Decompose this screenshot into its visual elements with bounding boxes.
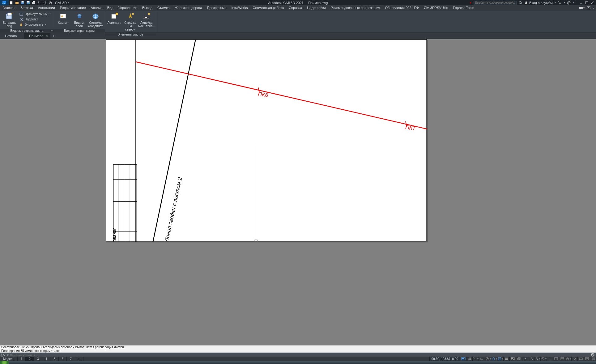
polar-toggle[interactable]: ▾ (485, 357, 491, 361)
tab-featured[interactable]: Рекомендованные приложения (328, 5, 383, 11)
drawing-area[interactable]: ПК6 ПК7 Линия сводки с листом 2 ования (0, 39, 596, 364)
layout-tab-add[interactable]: + (75, 357, 83, 361)
isolate-objects[interactable] (571, 357, 577, 361)
start-button[interactable] (0, 361, 9, 364)
qat-undo-icon[interactable] (36, 0, 42, 5)
layout-tab-7[interactable]: 7 (67, 357, 75, 361)
tab-annotate[interactable]: Аннотации (36, 5, 57, 11)
rect-viewport-button[interactable]: Прямоугольный▾ (18, 11, 52, 17)
tab-output[interactable]: Вывод (140, 5, 155, 11)
maximize-button[interactable] (584, 1, 589, 5)
search-icon[interactable] (519, 1, 522, 5)
ribbon-collapse-icon[interactable] (587, 6, 590, 10)
qat-save-icon[interactable] (20, 0, 25, 5)
hardware-accel[interactable] (577, 357, 584, 361)
doc-tab-active[interactable]: Пример*✕ (24, 33, 50, 39)
selection-cycling[interactable] (516, 357, 522, 361)
panel-cycle-icon[interactable] (579, 6, 585, 10)
tab-updates[interactable]: Обновления 2021 РФ (383, 5, 422, 11)
os-taskbar[interactable] (0, 361, 596, 364)
help-icon[interactable]: ? (567, 1, 571, 5)
signin-button[interactable]: Вход в службы ▾ (524, 1, 556, 5)
tab-addins[interactable]: Надстройки (304, 5, 328, 11)
tab-insert[interactable]: Вставка (18, 5, 36, 11)
doc-tab-start[interactable]: Начало (0, 33, 24, 39)
tab-psvutils[interactable]: Civil3DPSVUtils (421, 5, 450, 11)
layout-tab-1[interactable]: 1 (18, 357, 26, 361)
scale-bar-button[interactable]: Линейкамасштаба▾ (139, 11, 154, 29)
snap-toggle[interactable]: ▾ (472, 357, 479, 361)
svg-rect-20 (7, 13, 12, 16)
units-toggle[interactable] (553, 357, 559, 361)
tab-home[interactable]: Главная (0, 5, 18, 11)
tab-survey[interactable]: Съемка (155, 5, 172, 11)
maps-button[interactable]: Карты▾ (56, 11, 71, 25)
north-arrow-button[interactable]: Стрелкана север▾ (123, 11, 138, 32)
clean-screen[interactable] (584, 357, 590, 361)
clip-viewport-button[interactable]: Подрезка (18, 17, 52, 22)
tab-manage[interactable]: Управление (116, 5, 140, 11)
tab-modify[interactable]: Редактирование (57, 5, 88, 11)
tab-rail[interactable]: Железная дорога (172, 5, 205, 11)
paper-model-toggle[interactable] (460, 357, 466, 361)
minimize-button[interactable] (579, 1, 584, 5)
layout-tab-5[interactable]: 5 (50, 357, 59, 361)
quick-properties[interactable] (559, 357, 565, 361)
app-menu-button[interactable]: C3D (0, 0, 9, 5)
workspace-label[interactable]: Civil 3D (55, 1, 67, 5)
label-pk6: ПК6 (258, 91, 268, 98)
panel-title-3: Элементы листов (117, 33, 143, 36)
customize-status[interactable] (590, 357, 596, 361)
legend-button[interactable]: Легенда▾ (107, 11, 122, 25)
autoscale[interactable]: ▾ (534, 357, 540, 361)
workspace-switch[interactable]: ▾ (540, 357, 547, 361)
layout-tab-6[interactable]: 6 (59, 357, 67, 361)
transparency-toggle[interactable] (509, 357, 516, 361)
insert-view-button[interactable]: Вставить вид (2, 11, 17, 28)
layer-visibility-button[interactable]: Видим.слоя (72, 11, 87, 28)
tab-help[interactable]: Справка (286, 5, 304, 11)
qat-open-icon[interactable] (14, 0, 20, 5)
layout-tab-3[interactable]: 3 (34, 357, 42, 361)
coord-system-button[interactable]: Системакоординат (88, 11, 103, 28)
close-tab-icon[interactable]: ✕ (46, 35, 49, 38)
tab-infraworks[interactable]: InfraWorks (229, 5, 250, 11)
legend-icon (110, 12, 119, 21)
isodraft-toggle[interactable]: ▾ (491, 357, 497, 361)
layout-tab-4[interactable]: 4 (42, 357, 51, 361)
qat-saveas-icon[interactable] (25, 0, 31, 5)
panel-expand-icon[interactable]: ▾ (51, 29, 53, 32)
command-input[interactable] (10, 353, 590, 357)
rect-icon (19, 12, 23, 16)
lineweight-toggle[interactable] (503, 357, 509, 361)
tab-collab[interactable]: Совместная работа (250, 5, 287, 11)
tab-transparent[interactable]: Прозрачные (205, 5, 229, 11)
svg-rect-66 (561, 358, 564, 360)
search-input[interactable] (474, 1, 517, 5)
ribbon: Вставить вид Прямоугольный▾ Подрезка Бло… (0, 11, 596, 32)
cart-icon[interactable] (558, 1, 561, 5)
layout-tab-model[interactable]: Модель (0, 357, 18, 361)
grid-toggle[interactable] (466, 357, 472, 361)
lock-viewport-button[interactable]: Блокировать▾ (18, 22, 52, 27)
anno-monitor[interactable] (547, 357, 553, 361)
ortho-toggle[interactable] (479, 357, 485, 361)
qat-redo-icon[interactable] (42, 0, 48, 5)
doc-tab-add[interactable]: + (50, 33, 57, 39)
help-arrow-icon: ▸ (470, 1, 472, 5)
layout-tab-2[interactable]: 2 (26, 357, 34, 361)
map-icon (59, 12, 68, 21)
tab-analyze[interactable]: Анализ (88, 5, 105, 11)
cmd-recent-icon[interactable]: ▾ (6, 353, 10, 357)
lock-ui[interactable]: ▾ (565, 357, 571, 361)
qat-gear-icon[interactable] (48, 0, 53, 5)
tab-express[interactable]: Express Tools (450, 5, 476, 11)
annotation-scale[interactable] (522, 357, 528, 361)
tab-view[interactable]: Вид (105, 5, 116, 11)
workspace-dropdown-icon[interactable]: ▼ (67, 1, 70, 4)
close-button[interactable] (590, 1, 595, 5)
osnap-toggle[interactable]: ▾ (497, 357, 503, 361)
anno-visibility[interactable] (528, 357, 534, 361)
qat-plot-icon[interactable] (31, 0, 36, 5)
qat-new-icon[interactable] (9, 0, 14, 5)
